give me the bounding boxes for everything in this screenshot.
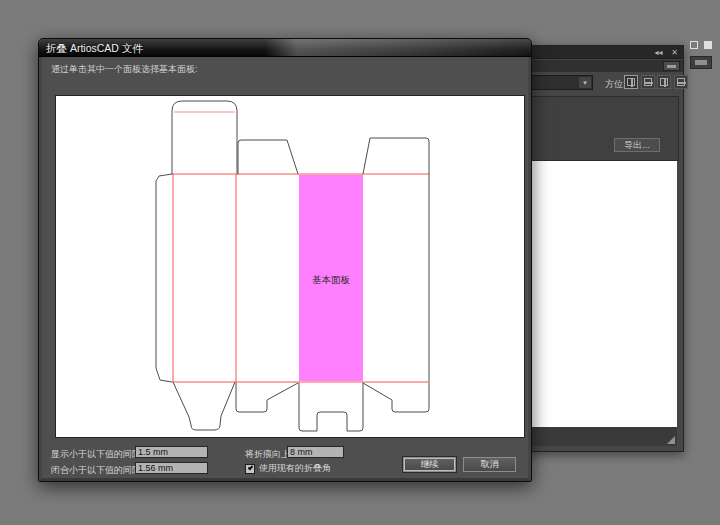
dieline-drawing: 基本面板	[56, 96, 524, 437]
orientation-back-icon	[644, 78, 652, 86]
orientation-left-icon	[660, 78, 668, 86]
close-panel-icon[interactable]: ✕	[670, 48, 679, 57]
use-existing-corners-label: 使用现有的折叠角	[259, 462, 331, 475]
dialog-titlebar[interactable]: 折叠 ArtiosCAD 文件	[39, 39, 531, 57]
top-dust-flap-left-outline	[238, 140, 298, 174]
continue-button[interactable]: 继续	[403, 457, 456, 472]
dock-expand-icon[interactable]	[690, 41, 698, 49]
top-dust-flap-right-outline	[363, 138, 429, 174]
cancel-button[interactable]: 取消	[463, 457, 516, 472]
orientation-front-button[interactable]	[624, 75, 638, 89]
dialog-title: 折叠 ArtiosCAD 文件	[46, 42, 143, 56]
resize-grip-icon[interactable]	[667, 436, 675, 444]
orientation-back-button[interactable]	[641, 75, 655, 89]
bottom-tuck-flap-outline	[173, 382, 235, 430]
show-gaps-label: 显示小于以下值的间隙:	[51, 448, 144, 461]
panel-menu-button[interactable]	[663, 61, 680, 71]
fold-artioscad-dialog: 折叠 ArtiosCAD 文件 通过单击其中一个面板选择基本面板:	[38, 38, 532, 482]
screenshot-root: ◂◂ ✕ ▾ 方位:	[0, 0, 720, 525]
checkmark-icon	[248, 464, 254, 470]
bottom-base-flap-outline	[299, 383, 363, 431]
orientation-left-button[interactable]	[657, 75, 671, 89]
dock-collapsed-panel-button[interactable]	[690, 56, 712, 69]
dock-close-icon[interactable]	[704, 41, 712, 49]
base-panel-label: 基本面板	[312, 274, 351, 285]
use-existing-corners-checkbox[interactable]	[245, 464, 255, 474]
orientation-front-icon	[627, 78, 635, 86]
dialog-button-row: 继续 取消	[403, 457, 516, 472]
extend-creases-input[interactable]	[287, 446, 344, 458]
close-gaps-label: 闭合小于以下值的间隙:	[51, 464, 144, 477]
show-gaps-input[interactable]	[135, 446, 208, 458]
export-button[interactable]: 导出...	[614, 138, 660, 152]
bottom-dust-flap-right-outline	[363, 383, 429, 412]
orientation-label: 方位:	[605, 78, 626, 91]
dialog-body: 通过单击其中一个面板选择基本面板:	[39, 57, 531, 481]
glue-flap-outline	[156, 174, 172, 382]
bottom-dust-flap-left-outline	[236, 383, 298, 412]
close-gaps-input[interactable]	[135, 462, 208, 474]
collapse-panel-icon[interactable]: ◂◂	[654, 48, 663, 57]
titlebar-gloss	[265, 39, 531, 56]
orientation-right-icon	[677, 78, 685, 86]
chevron-down-icon: ▾	[579, 77, 591, 88]
orientation-right-button[interactable]	[674, 75, 688, 89]
dock-icons	[690, 41, 716, 51]
dieline-canvas[interactable]: 基本面板	[55, 95, 525, 438]
instruction-label: 通过单击其中一个面板选择基本面板:	[51, 63, 198, 76]
